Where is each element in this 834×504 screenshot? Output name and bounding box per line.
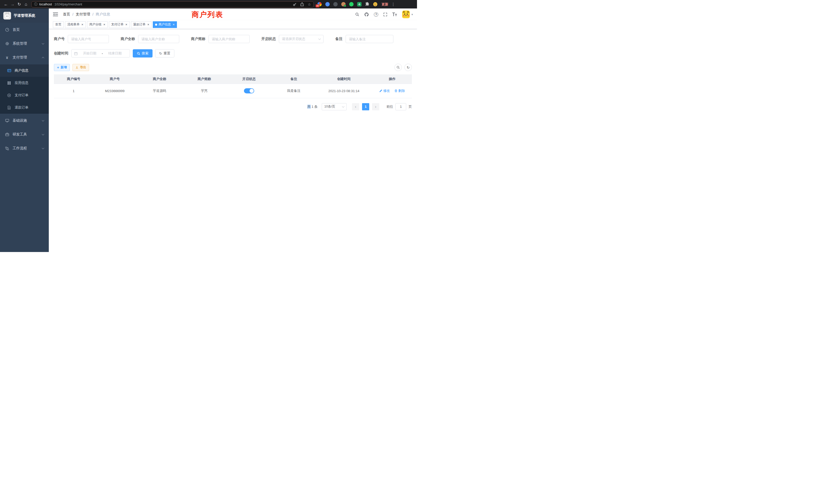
help-icon[interactable]: ? — [374, 12, 378, 17]
ext-green-square-icon[interactable] — [357, 2, 361, 6]
toggle-search-button[interactable] — [394, 64, 402, 71]
bookmark-star-icon[interactable]: ☆ — [308, 2, 311, 6]
url-path: :1024/pay/merchant — [54, 3, 82, 6]
create-time-label: 创建时间 — [54, 51, 68, 56]
sidebar-item-infrastructure[interactable]: 基础设施 — [0, 114, 49, 128]
close-icon[interactable]: × — [81, 23, 84, 26]
status-label: 开启状态 — [261, 37, 276, 41]
short-name-input[interactable] — [208, 35, 249, 43]
ext-puzzle-icon[interactable] — [365, 2, 370, 6]
reset-button-label: 重置 — [163, 51, 170, 56]
goto-page-input[interactable] — [395, 103, 406, 110]
sidebar-item-system[interactable]: 系统管理 — [0, 37, 49, 50]
breadcrumb-separator: / — [72, 12, 73, 17]
ext-profile-icon[interactable] — [341, 2, 346, 6]
edit-link[interactable]: 修改 — [379, 89, 390, 93]
browser-menu-icon[interactable]: ⋮ — [391, 2, 395, 7]
cell-create-time: 2021-10-23 08:31:14 — [315, 84, 373, 98]
sidebar-item-pay-order[interactable]: 支付订单 — [0, 89, 49, 101]
total-suffix: 1 条 — [311, 105, 317, 109]
page-1-button[interactable]: 1 — [362, 103, 369, 110]
sidebar-item-home[interactable]: 首页 — [0, 23, 49, 37]
pagination-total: 共 1 条 — [307, 105, 317, 109]
remark-input[interactable] — [346, 35, 393, 43]
app-logo[interactable]: 芋道管理系统 — [0, 8, 49, 23]
search-icon[interactable] — [355, 12, 359, 17]
pagination: 共 1 条 10条/页 ‹ 1 › 前往 页 — [54, 98, 412, 115]
sidebar-toggle-icon[interactable] — [53, 12, 58, 17]
github-icon[interactable] — [364, 12, 369, 17]
browser-update-button[interactable]: 更新 — [381, 2, 388, 7]
close-icon[interactable]: × — [125, 23, 127, 26]
tab-pay-order[interactable]: 支付订单 × — [109, 21, 130, 28]
date-end-placeholder: 结束日期 — [103, 51, 127, 56]
tab-home[interactable]: 首页 — [53, 21, 64, 28]
ext-dark-icon[interactable] — [333, 2, 338, 6]
pencil-icon — [379, 89, 382, 92]
ext-colorful-icon[interactable]: 10 — [317, 2, 322, 6]
date-range-picker[interactable]: 开始日期 - 结束日期 — [71, 49, 130, 58]
password-key-icon[interactable] — [293, 3, 297, 6]
status-toggle[interactable] — [244, 88, 254, 93]
prev-page-button[interactable]: ‹ — [352, 103, 359, 110]
close-icon[interactable]: × — [173, 23, 175, 26]
sidebar-item-dev-tools[interactable]: 研发工具 — [0, 128, 49, 141]
delete-link[interactable]: 删除 — [394, 89, 405, 93]
search-button[interactable]: 搜索 — [133, 49, 153, 58]
chevron-down-icon — [42, 119, 44, 121]
close-icon[interactable]: × — [104, 23, 106, 26]
col-header: 备注 — [272, 74, 315, 84]
sidebar-item-merchant-info[interactable]: 商户信息 — [0, 64, 49, 77]
breadcrumb-pay[interactable]: 支付管理 — [76, 12, 90, 17]
edit-link-label: 修改 — [383, 89, 390, 93]
pay-submenu: 商户信息 应用信息 支付订单 退款订单 — [0, 64, 49, 114]
tab-label: 流程表单 — [67, 22, 80, 27]
reload-button[interactable]: ↻ — [16, 2, 23, 7]
page-size-select[interactable]: 10条/页 — [322, 103, 347, 110]
sidebar-item-refund-order[interactable]: 退款订单 — [0, 101, 49, 114]
merchant-no-input[interactable] — [68, 35, 109, 43]
ext-badge: 10 — [315, 4, 320, 7]
next-page-button[interactable]: › — [372, 103, 379, 110]
trash-icon — [394, 89, 397, 92]
tab-refund-order[interactable]: 退款订单 × — [131, 21, 152, 28]
url-host: localhost — [39, 3, 52, 6]
col-header: 商户编号 — [54, 74, 93, 84]
breadcrumb-home[interactable]: 首页 — [63, 12, 70, 17]
back-button[interactable]: ← — [3, 2, 9, 7]
ext-green-circle-icon[interactable] — [349, 2, 354, 6]
col-header: 商户简称 — [183, 74, 226, 84]
refresh-table-button[interactable]: ↻ — [404, 64, 412, 71]
tab-merchant-info[interactable]: 商户信息 × — [153, 21, 177, 28]
sidebar: 芋道管理系统 首页 系统管理 ¥ 支付管理 商户信息 — [0, 8, 49, 252]
cell-full-name: 芋道源码 — [136, 84, 183, 98]
ext-blue-icon[interactable] — [325, 2, 330, 6]
user-menu[interactable]: ▾ — [402, 10, 413, 18]
ext-smiley-icon[interactable] — [373, 2, 377, 6]
tab-label: 退款订单 — [133, 22, 146, 27]
table-toolbar: + 新增 导出 ↻ — [54, 64, 412, 71]
tab-process-form[interactable]: 流程表单 × — [65, 21, 86, 28]
monitor-icon — [5, 118, 9, 123]
sidebar-item-app-info[interactable]: 应用信息 — [0, 77, 49, 89]
forward-button[interactable]: → — [9, 2, 16, 7]
home-button[interactable]: ⌂ — [23, 2, 29, 7]
tab-user-group[interactable]: 用户分组 × — [87, 21, 108, 28]
col-header: 商户号 — [93, 74, 136, 84]
add-button[interactable]: + 新增 — [54, 64, 70, 71]
reset-button[interactable]: ↻ 重置 — [155, 49, 174, 58]
close-icon[interactable]: × — [147, 23, 150, 26]
status-select[interactable]: 请选择开启状态 — [279, 35, 324, 43]
font-size-icon[interactable] — [392, 13, 397, 17]
url-bar[interactable]: ⓘ localhost :1024/pay/merchant ☆ — [31, 1, 314, 7]
site-info-icon[interactable]: ⓘ — [34, 2, 38, 7]
export-button[interactable]: 导出 — [72, 64, 89, 71]
merchant-no-label: 商户号 — [54, 37, 65, 41]
share-icon[interactable] — [301, 2, 304, 6]
full-name-input[interactable] — [138, 35, 179, 43]
fullscreen-icon[interactable] — [383, 13, 387, 17]
chevron-down-icon — [42, 146, 44, 149]
chevron-down-icon — [42, 133, 44, 135]
sidebar-item-pay[interactable]: ¥ 支付管理 — [0, 50, 49, 64]
sidebar-item-workflow[interactable]: 工作流程 — [0, 141, 49, 155]
